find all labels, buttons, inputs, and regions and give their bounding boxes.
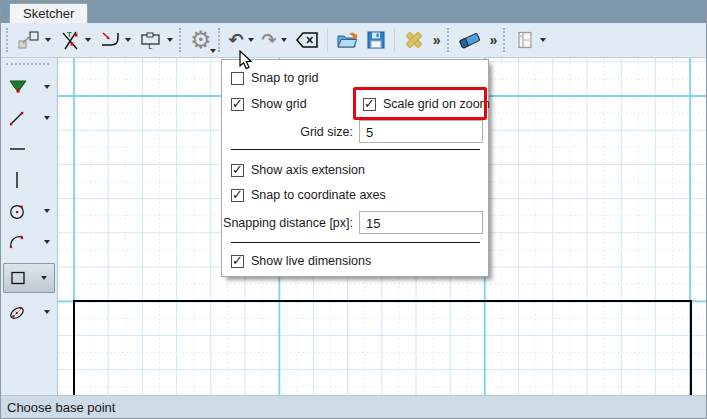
panel-separator [231, 149, 480, 150]
snap-to-coordinate-axes-checkbox[interactable] [231, 189, 244, 202]
show-axis-extension-label: Show axis extension [251, 163, 365, 177]
snap-to-grid-label: Snap to grid [251, 71, 318, 85]
status-bar: Choose base point [1, 395, 706, 418]
point-icon [7, 78, 29, 96]
eraser-icon [458, 30, 482, 50]
undo-icon: ↶ [229, 31, 244, 49]
redo-icon: ↷ [262, 31, 277, 49]
grid-size-label: Grid size: [222, 125, 353, 139]
show-live-dimensions-label: Show live dimensions [251, 254, 371, 268]
rectangle-icon [8, 268, 28, 288]
horizontal-line-icon [7, 141, 27, 157]
circle-tool-dropdown[interactable] [44, 209, 50, 213]
show-grid-label: Show grid [251, 97, 307, 111]
toolbar-grip[interactable] [6, 28, 8, 52]
show-live-dimensions-row: Show live dimensions [231, 254, 371, 268]
snap-to-coordinate-axes-row: Snap to coordinate axes [231, 188, 386, 202]
ellipse-tool-dropdown[interactable] [44, 310, 50, 314]
create-line-tool[interactable] [1, 106, 57, 130]
mouse-cursor [239, 50, 253, 70]
rectangular-array-icon: L [139, 31, 163, 49]
line-tool-dropdown[interactable] [44, 116, 50, 120]
tab-sketcher-label: Sketcher [23, 6, 74, 21]
view-section-icon [514, 30, 536, 50]
toolbar-grip[interactable] [503, 28, 505, 52]
backspace-icon [295, 31, 319, 49]
open-folder-icon [336, 30, 358, 50]
show-axis-extension-row: Show axis extension [231, 163, 365, 177]
snap-to-coordinate-axes-label: Snap to coordinate axes [251, 188, 386, 202]
create-arc-tool[interactable] [1, 230, 57, 254]
delete-x-icon [403, 30, 425, 50]
create-rectangle-tool-selected[interactable] [3, 263, 55, 293]
fillet-dropdown[interactable] [125, 38, 131, 42]
svg-text:T: T [67, 30, 72, 39]
create-point-tool[interactable] [1, 75, 57, 99]
trim-edge-icon: T [59, 29, 81, 51]
open-file-button[interactable] [332, 25, 362, 55]
trim-edge-dropdown[interactable] [85, 38, 91, 42]
create-ellipse-tool[interactable] [1, 300, 57, 324]
backspace-delete-button[interactable] [291, 25, 323, 55]
delete-button-disabled[interactable] [399, 25, 429, 55]
arc-tool-dropdown[interactable] [44, 240, 50, 244]
toolbar-grip[interactable] [218, 28, 220, 52]
view-section-button[interactable] [510, 25, 550, 55]
redo-dropdown[interactable] [281, 38, 287, 42]
tab-bar: Sketcher [1, 1, 706, 23]
show-axis-extension-checkbox[interactable] [231, 164, 244, 177]
show-live-dimensions-checkbox[interactable] [231, 255, 244, 268]
gear-icon: ⚙ [190, 29, 212, 51]
snapping-distance-label: Snapping distance [px]: [222, 216, 353, 230]
snap-to-grid-row: Snap to grid [231, 71, 318, 85]
grid-size-input[interactable] [359, 120, 483, 143]
arc-icon [7, 232, 27, 252]
vertical-constraint-tool[interactable] [1, 168, 57, 192]
eraser-button[interactable] [454, 25, 486, 55]
rectangular-array-dropdown[interactable] [167, 38, 173, 42]
map-sketch-button[interactable] [13, 25, 55, 55]
svg-text:L: L [149, 43, 153, 50]
save-floppy-icon [366, 30, 386, 50]
rectangle-tool-dropdown[interactable] [41, 276, 47, 280]
toolbar: T L ⚙ [1, 23, 706, 58]
snapping-distance-input[interactable] [359, 211, 483, 234]
sketch-tool-palette [1, 58, 58, 395]
toolbar-separator [327, 28, 328, 52]
circle-icon [7, 201, 27, 221]
horizontal-constraint-tool[interactable] [1, 137, 57, 161]
panel-separator [231, 242, 480, 243]
grid-settings-panel: Snap to grid Show grid Scale grid on zoo… [221, 59, 489, 277]
redo-button[interactable]: ↷ [258, 25, 291, 55]
show-grid-row: Show grid [231, 97, 307, 111]
save-file-button[interactable] [362, 25, 390, 55]
rectangular-array-button[interactable]: L [135, 25, 177, 55]
trim-edge-button[interactable]: T [55, 25, 95, 55]
fillet-icon [99, 30, 121, 50]
snap-to-grid-checkbox[interactable] [231, 72, 244, 85]
create-circle-tool[interactable] [1, 199, 57, 223]
toolbar-grip[interactable] [447, 28, 449, 52]
toolbar-grip[interactable] [179, 28, 181, 52]
show-grid-checkbox[interactable] [231, 98, 244, 111]
view-section-dropdown[interactable] [540, 38, 546, 42]
grid-settings-dropdown[interactable] [210, 49, 216, 53]
map-sketch-icon [17, 30, 41, 50]
status-message: Choose base point [7, 400, 115, 415]
undo-dropdown[interactable] [248, 38, 254, 42]
scale-grid-on-zoom-checkbox[interactable] [363, 98, 376, 111]
fillet-button[interactable] [95, 25, 135, 55]
toolbar-overflow-button[interactable]: » [429, 25, 445, 55]
toolbar-separator [394, 28, 395, 52]
vertical-line-icon [7, 170, 27, 190]
scale-grid-on-zoom-label: Scale grid on zoom [383, 97, 490, 111]
map-sketch-dropdown[interactable] [45, 38, 51, 42]
scale-grid-on-zoom-row: Scale grid on zoom [363, 97, 490, 111]
tab-sketcher[interactable]: Sketcher [9, 3, 88, 23]
palette-grip[interactable] [6, 63, 49, 65]
ellipse-icon [7, 302, 27, 322]
sketcher-window: Sketcher T [0, 0, 707, 419]
toolbar-overflow-button[interactable]: » [486, 25, 502, 55]
grid-settings-button[interactable]: ⚙ [186, 25, 216, 55]
point-tool-dropdown[interactable] [44, 85, 50, 89]
